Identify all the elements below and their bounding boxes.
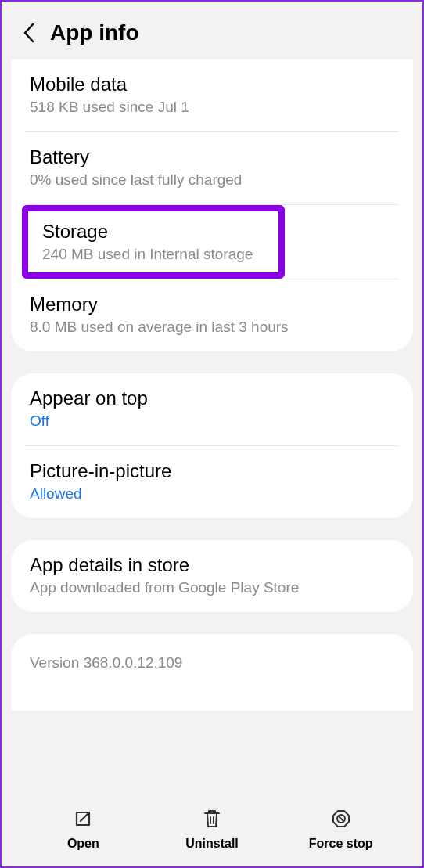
open-icon	[71, 807, 95, 830]
stop-icon	[329, 807, 353, 830]
memory-title: Memory	[30, 294, 394, 315]
battery-title: Battery	[30, 146, 394, 168]
battery-sub: 0% used since last fully charged	[30, 171, 394, 189]
usage-card: Mobile data 518 KB used since Jul 1 Batt…	[11, 59, 413, 351]
page-title: App info	[50, 20, 139, 45]
version-card: Version 368.0.0.12.109	[11, 634, 413, 711]
mobile-data-title: Mobile data	[30, 74, 394, 95]
appear-on-top-item[interactable]: Appear on top Off	[11, 373, 413, 445]
memory-sub: 8.0 MB used on average in last 3 hours	[30, 319, 394, 336]
chevron-left-icon	[23, 23, 35, 43]
app-details-sub: App downloaded from Google Play Store	[30, 579, 394, 596]
trash-icon	[200, 807, 224, 830]
back-button[interactable]	[22, 22, 36, 44]
app-details-title: App details in store	[30, 554, 394, 576]
memory-item[interactable]: Memory 8.0 MB used on average in last 3 …	[11, 279, 413, 351]
storage-sub: 240 MB used in Internal storage	[42, 246, 266, 263]
app-details-item[interactable]: App details in store App downloaded from…	[11, 540, 413, 612]
display-card: Appear on top Off Picture-in-picture All…	[11, 373, 413, 518]
open-button[interactable]: Open	[19, 807, 148, 851]
storage-item[interactable]: Storage 240 MB used in Internal storage	[11, 205, 413, 279]
force-stop-button[interactable]: Force stop	[276, 807, 405, 851]
force-stop-label: Force stop	[309, 837, 373, 851]
pip-title: Picture-in-picture	[30, 460, 394, 482]
open-label: Open	[67, 837, 99, 851]
uninstall-button[interactable]: Uninstall	[148, 807, 277, 851]
bottom-bar: Open Uninstall Force stop	[3, 793, 421, 866]
header: App info	[2, 2, 422, 59]
storage-title: Storage	[42, 221, 266, 243]
appear-on-top-status: Off	[30, 412, 394, 430]
mobile-data-item[interactable]: Mobile data 518 KB used since Jul 1	[11, 59, 413, 131]
mobile-data-sub: 518 KB used since Jul 1	[30, 99, 394, 116]
svg-line-2	[338, 816, 343, 822]
version-text: Version 368.0.0.12.109	[30, 654, 394, 672]
pip-item[interactable]: Picture-in-picture Allowed	[11, 446, 413, 518]
store-card: App details in store App downloaded from…	[11, 540, 413, 612]
uninstall-label: Uninstall	[185, 837, 239, 851]
pip-status: Allowed	[30, 485, 394, 502]
storage-highlight: Storage 240 MB used in Internal storage	[22, 205, 285, 279]
battery-item[interactable]: Battery 0% used since last fully charged	[11, 132, 413, 204]
appear-on-top-title: Appear on top	[30, 387, 394, 409]
